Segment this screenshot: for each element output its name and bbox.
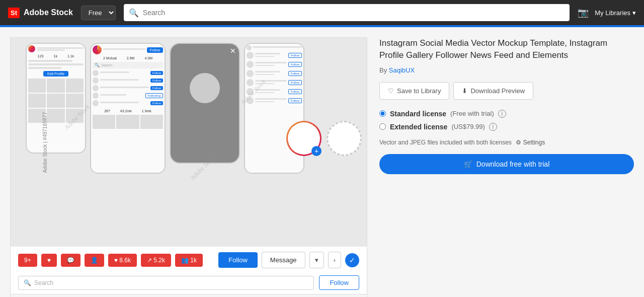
comment-btn[interactable]: 💬 (61, 254, 80, 267)
search-input[interactable] (143, 9, 565, 17)
action-buttons: ♡ Save to Library ⬇ Download Preview (379, 82, 634, 100)
standard-license-name: Standard license (390, 110, 446, 118)
extended-license-radio[interactable] (379, 123, 386, 130)
standard-license-option: Standard license (Free with trial) i (379, 110, 634, 118)
phones-container: 123 1k 1.1k Edit Profile (11, 38, 367, 247)
hearts-count-btn[interactable]: ♥ 8.6k (108, 254, 137, 267)
settings-icon: ⚙ (516, 139, 521, 146)
heart-icon: ♡ (388, 87, 394, 95)
download-preview-button[interactable]: ⬇ Download Preview (453, 82, 533, 100)
author-line: By SaqibUX (379, 66, 634, 74)
user-btn[interactable]: 👤 (85, 254, 104, 267)
follow-button[interactable]: Follow (218, 252, 258, 268)
dropdown-button[interactable]: ▾ (309, 252, 324, 268)
asset-title: Instagram Social Media Vector Mockup Tem… (379, 37, 634, 61)
camera-icon[interactable]: 📷 (578, 7, 589, 18)
search-input-img: 🔍 Search (18, 276, 314, 290)
social-row: 9+ ♥ 💬 👤 ♥ 8.6k ↗ 5.2k 👥 1k Follow Mess (11, 247, 367, 273)
save-to-library-button[interactable]: ♡ Save to Library (379, 82, 449, 100)
story-circle-2 (327, 121, 362, 156)
header-right: 📷 My Libraries ▾ (578, 7, 636, 18)
extended-license-option: Extended license (US$79.99) i (379, 123, 634, 131)
my-libraries-button[interactable]: My Libraries ▾ (595, 9, 636, 17)
logo-area: St Adobe Stock (8, 8, 73, 18)
verified-badge: ✓ (345, 253, 359, 267)
cart-icon: 🛒 (464, 160, 472, 168)
phone-mockup-3: ✕ (170, 43, 240, 164)
brand-name: Adobe Stock (24, 8, 73, 17)
search-bar: 🔍 (124, 4, 570, 21)
next-button[interactable]: › (328, 252, 341, 268)
vertical-watermark: Adobe Stock | #497165877 (42, 112, 48, 172)
phone-mockup-1: 123 1k 1.1k Edit Profile (26, 43, 86, 154)
logo-box: St (8, 8, 20, 18)
extended-info-icon[interactable]: i (489, 123, 497, 131)
extended-license-detail: (US$79.99) (451, 123, 485, 130)
plan-select[interactable]: Free (81, 6, 116, 20)
avatar-circle (28, 45, 35, 52)
standard-info-icon[interactable]: i (498, 110, 506, 118)
users-count-btn[interactable]: 👥 1k (175, 254, 203, 267)
search-icon: 🔍 (129, 8, 139, 18)
image-panel: Adobe Stock | #497165877 (10, 37, 367, 297)
files-note: Vector and JPEG files included with both… (379, 139, 634, 146)
image-toolbar: ⬚ FILE #: 497165877 ⊡ 1 Preview Crop ⊞ F… (11, 294, 367, 297)
follow-outline-button[interactable]: Follow (319, 275, 359, 290)
main-content: Adobe Stock | #497165877 (0, 27, 644, 297)
settings-link[interactable]: ⚙ ⚙ Settings Settings (516, 139, 545, 146)
download-trial-button[interactable]: 🛒 Download free with trial (379, 154, 634, 174)
standard-license-radio[interactable] (379, 110, 386, 117)
author-link[interactable]: SaqibUX (389, 66, 415, 74)
search-icon-img: 🔍 (24, 279, 31, 286)
license-section: Standard license (Free with trial) i Ext… (379, 110, 634, 131)
add-story-icon[interactable]: + (311, 146, 321, 156)
shares-count-btn[interactable]: ↗ 5.2k (141, 254, 171, 267)
extended-license-name: Extended license (390, 123, 447, 131)
story-circles: + (286, 121, 362, 156)
message-button[interactable]: Message (262, 252, 305, 268)
like-count-btn[interactable]: 9+ (18, 254, 37, 267)
phone-mockup-2: Follow 2 Mutual 2.6M 4.3M 🔍 Search (90, 43, 166, 174)
header: St Adobe Stock Free 🔍 📷 My Libraries ▾ (0, 0, 644, 26)
standard-license-detail: (Free with trial) (450, 110, 494, 117)
heart-btn[interactable]: ♥ (41, 254, 57, 267)
right-panel: Instagram Social Media Vector Mockup Tem… (367, 37, 634, 297)
image-container: Adobe Stock | #497165877 (11, 38, 367, 247)
download-icon: ⬇ (462, 87, 467, 95)
search-row: 🔍 Search Follow (11, 273, 367, 294)
